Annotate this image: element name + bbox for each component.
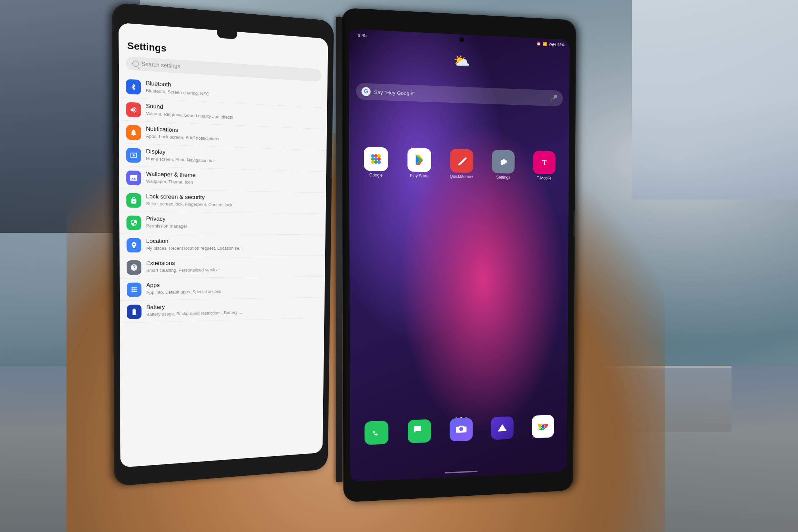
svg-marker-14	[498, 424, 507, 431]
app-item-messages[interactable]: Messages	[400, 419, 438, 450]
svg-point-6	[377, 157, 381, 160]
apps-text: Apps App info, Default apps, Special acc…	[146, 280, 319, 296]
app-item-files[interactable]: Files	[484, 416, 521, 446]
quickmemo-app-label: QuickMemo+	[450, 174, 474, 179]
app-item-phone[interactable]: Phone	[357, 420, 396, 452]
app-item-settings[interactable]: Settings	[484, 150, 522, 180]
phone-right-screen: 9:45 ⏰ 📶 WiFi 92% ⛅ G Say "Hey Google" 🎤	[349, 29, 570, 482]
playstore-app-icon	[407, 148, 431, 172]
search-bar-text: Say "Hey Google"	[374, 89, 547, 101]
signal-icon: 📶	[543, 41, 547, 46]
app-grid-top: Google Play Store	[355, 147, 564, 181]
privacy-icon	[126, 215, 141, 230]
alarm-icon: ⏰	[536, 41, 541, 46]
app-item-quickmemo[interactable]: QuickMemo+	[442, 149, 481, 179]
location-text: Location My places, Recent location requ…	[146, 238, 319, 251]
weather-widget: ⛅	[454, 53, 470, 70]
phone-hinge	[336, 17, 342, 482]
bluetooth-text: Bluetooth Bluetooth, Screen sharing, NFC	[146, 79, 321, 103]
settings-item-extensions[interactable]: Extensions Smart cleaning, Personalized …	[120, 256, 325, 279]
extensions-icon	[127, 260, 141, 274]
lockscreen-icon	[126, 193, 141, 208]
app-item-tmobile[interactable]: T T-Mobile	[526, 151, 563, 180]
chrome-app-icon	[532, 415, 554, 438]
settings-item-location[interactable]: Location My places, Recent location requ…	[119, 234, 325, 256]
mic-icon[interactable]: 🎤	[550, 94, 557, 102]
sound-icon	[126, 102, 141, 118]
lockscreen-text: Lock screen & security Select screen loc…	[146, 193, 320, 209]
location-title: Location	[146, 238, 319, 245]
google-app-icon	[364, 147, 388, 171]
svg-point-1	[371, 154, 374, 158]
google-app-label: Google	[369, 173, 383, 177]
app-item-playstore[interactable]: Play Store	[400, 148, 439, 178]
settings-app-icon	[492, 150, 515, 174]
messages-app-icon	[407, 419, 431, 443]
building-right	[632, 0, 798, 200]
extensions-text: Extensions Smart cleaning, Personalized …	[146, 259, 319, 274]
bluetooth-icon	[126, 79, 141, 95]
svg-point-5	[374, 157, 378, 160]
quickmemo-app-icon	[450, 149, 473, 173]
svg-point-3	[377, 154, 381, 158]
search-icon	[132, 60, 139, 67]
notifications-icon	[126, 125, 141, 140]
settings-item-battery[interactable]: Battery Battery usage, Background restri…	[120, 297, 324, 323]
phone-left: Settings Search settings	[112, 2, 334, 486]
settings-list: Bluetooth Bluetooth, Screen sharing, NFC	[119, 75, 327, 323]
wallpaper-text: Wallpaper & theme Wallpaper, Theme, Icon	[146, 170, 320, 188]
tmobile-app-icon: T	[533, 151, 556, 174]
settings-item-apps[interactable]: Apps App info, Default apps, Special acc…	[120, 277, 325, 301]
camera-app-icon	[450, 418, 473, 441]
privacy-subtitle: Permission manager	[146, 224, 320, 230]
wallpaper-icon	[126, 171, 141, 186]
phones-container: Settings Search settings	[116, 17, 615, 509]
phone-right: 9:45 ⏰ 📶 WiFi 92% ⛅ G Say "Hey Google" 🎤	[341, 8, 576, 502]
svg-point-4	[371, 157, 374, 161]
files-app-icon	[491, 416, 514, 440]
svg-point-7	[371, 160, 374, 164]
battery-status: 92%	[557, 42, 564, 47]
status-icons: ⏰ 📶 WiFi 92%	[536, 41, 564, 47]
wifi-icon: WiFi	[549, 42, 556, 46]
settings-app-label: Settings	[496, 175, 510, 180]
phone-app-icon	[365, 421, 389, 445]
apps-icon	[127, 283, 141, 297]
display-icon	[126, 148, 141, 163]
privacy-text: Privacy Permission manager	[146, 215, 320, 230]
svg-point-9	[377, 160, 381, 164]
google-g-icon: G	[361, 87, 370, 96]
extensions-title: Extensions	[146, 259, 319, 267]
battery-text: Battery Battery usage, Background restri…	[146, 301, 319, 318]
app-item-google[interactable]: Google	[356, 147, 396, 178]
status-time: 9:45	[358, 32, 367, 38]
svg-point-2	[374, 154, 378, 158]
search-placeholder: Search settings	[141, 61, 180, 70]
playstore-app-label: Play Store	[410, 173, 429, 178]
battery-icon-settings	[127, 305, 141, 319]
settings-item-lockscreen[interactable]: Lock screen & security Select screen loc…	[119, 189, 326, 214]
weather-icon: ⛅	[454, 53, 470, 70]
location-subtitle: My places, Recent location request, Loca…	[146, 246, 319, 251]
svg-point-0	[133, 154, 135, 156]
app-item-camera[interactable]: Camera	[442, 418, 480, 448]
front-camera	[459, 37, 464, 42]
settings-screen: Settings Search settings	[118, 23, 328, 468]
display-text: Display Home screen, Font, Navigation ba…	[146, 148, 320, 167]
phone-left-screen: Settings Search settings	[118, 23, 328, 468]
tmobile-app-label: T-Mobile	[537, 175, 551, 180]
settings-item-privacy[interactable]: Privacy Permission manager	[119, 211, 326, 235]
app-item-chrome[interactable]: Chrome	[525, 415, 561, 444]
privacy-title: Privacy	[146, 215, 320, 225]
location-icon	[127, 238, 141, 252]
extensions-subtitle: Smart cleaning, Personalized service	[146, 267, 319, 274]
svg-point-8	[374, 160, 378, 164]
notifications-text: Notifications Apps, Lock screen, Brief n…	[146, 125, 321, 146]
